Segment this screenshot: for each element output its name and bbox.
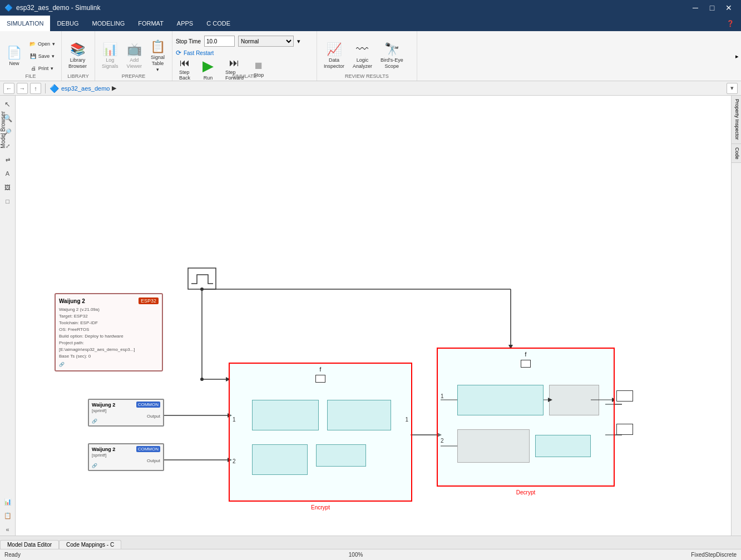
mb-tool-bottom2[interactable]: 📋: [2, 509, 14, 522]
save-button[interactable]: 💾 Save ▾: [27, 51, 58, 62]
model-browser-label[interactable]: Model Browser: [0, 111, 16, 148]
mb-tool-1[interactable]: ↖: [2, 98, 14, 110]
new-button[interactable]: 📄 New: [3, 37, 25, 75]
birds-eye-icon: 🔭: [384, 42, 399, 57]
mb-tool-text[interactable]: A: [2, 167, 14, 180]
code-tab[interactable]: Code: [732, 144, 741, 163]
nav-up-button[interactable]: ↑: [30, 83, 41, 94]
birds-eye-scope-button[interactable]: 🔭 Bird's-EyeScope: [377, 37, 407, 75]
log-signals-button[interactable]: 📊 LogSignals: [98, 37, 122, 75]
library-group: 📚 LibraryBrowser LIBRARY: [62, 31, 95, 81]
menu-format[interactable]: FORMAT: [131, 16, 170, 31]
decrypt-label: Decrypt: [516, 489, 535, 495]
encrypt-label: Encrypt: [311, 504, 330, 511]
config-details: Waijung 2 (v.21.09a) Target: ESP32 Toolc…: [59, 306, 159, 360]
sprintf2-link: 🔗: [92, 463, 160, 468]
print-button[interactable]: 🖨 Print ▾: [27, 63, 58, 74]
nav-dropdown-button[interactable]: ▾: [727, 83, 738, 94]
library-icon: 📚: [70, 42, 85, 57]
svg-point-14: [200, 378, 204, 381]
encrypt-f-label: f: [320, 366, 322, 373]
nav-forward-button[interactable]: →: [17, 83, 28, 94]
decrypt-inner-svg: [438, 349, 614, 485]
encrypt-inner-4: [316, 444, 366, 467]
svg-point-13: [200, 288, 204, 291]
model-data-editor-tab[interactable]: Model Data Editor: [0, 540, 59, 549]
sprintf2-header: Waijung 2 COMMON: [92, 446, 160, 452]
sprintf2-title: Waijung 2: [92, 447, 115, 452]
add-viewer-button[interactable]: 📺 AddViewer: [124, 37, 145, 75]
open-button[interactable]: 📂 Open ▾: [27, 38, 58, 49]
fast-restart-icon: ⟳: [176, 49, 181, 57]
open-save-print: 📂 Open ▾ 💾 Save ▾ 🖨 Print ▾: [27, 38, 58, 74]
simulate-group: Stop Time Normal Accelerator ▾ ⟳ Fast Re…: [172, 31, 317, 81]
mb-tool-bottom1[interactable]: 📊: [2, 495, 14, 508]
sprintf1-sub: [sprintf]: [92, 408, 160, 413]
stop-time-input[interactable]: [204, 36, 235, 47]
logic-analyzer-icon: 〰: [356, 42, 368, 57]
title-bar-controls[interactable]: ─ □ ✕: [688, 2, 737, 14]
sprintf2-out: Output: [92, 458, 160, 463]
menu-modeling[interactable]: MODELING: [86, 16, 132, 31]
bottom-tabs: Model Data Editor Code Mappings - C: [0, 536, 741, 549]
canvas-area[interactable]: Waijung 2 ESP32 Waijung 2 (v.21.09a) Tar…: [16, 96, 731, 536]
sprintf-block-1[interactable]: Waijung 2 COMMON [sprintf] Output 🔗: [88, 399, 164, 427]
stop-time-row: Stop Time Normal Accelerator ▾: [176, 33, 311, 48]
breadcrumb-bar: ← → ↑ 🔷 esp32_aes_demo ▶ ▾: [0, 81, 741, 96]
mb-collapse[interactable]: «: [2, 523, 14, 536]
decrypt-inner-4: [535, 435, 591, 457]
simulate-inner: Stop Time Normal Accelerator ▾ ⟳ Fast Re…: [176, 33, 311, 88]
code-mappings-tab[interactable]: Code Mappings - C: [59, 540, 121, 549]
waijung-config-block[interactable]: Waijung 2 ESP32 Waijung 2 (v.21.09a) Tar…: [55, 293, 163, 371]
close-button[interactable]: ✕: [721, 2, 737, 14]
status-left: Ready: [4, 552, 21, 558]
config-link-icon: 🔗: [59, 362, 159, 367]
menu-ccode[interactable]: C CODE: [200, 16, 237, 31]
menu-simulation[interactable]: SIMULATION: [0, 16, 50, 31]
app-icon: 🔷: [4, 4, 13, 12]
mb-tool-arrows[interactable]: ⇄: [2, 153, 14, 166]
open-icon: 📂: [29, 41, 36, 47]
sprintf1-link: 🔗: [92, 419, 160, 424]
sprintf2-badge: COMMON: [136, 446, 160, 452]
mb-tool-image[interactable]: 🖼: [2, 181, 14, 194]
signal-table-button[interactable]: 📋 SignalTable ▾: [147, 37, 169, 75]
library-browser-button[interactable]: 📚 LibraryBrowser: [65, 37, 90, 75]
model-browser-panel: ↖ 🔍 🔎 ⤢ ⇄ A 🖼 □ 📊 📋 «: [0, 96, 16, 536]
decrypt-subsystem[interactable]: f 1 2 Decrypt: [437, 348, 615, 487]
sprintf1-out: Output: [92, 414, 160, 419]
menu-apps[interactable]: APPS: [170, 16, 200, 31]
minimize-button[interactable]: ─: [688, 2, 703, 14]
title-bar-left: 🔷 esp32_aes_demo - Simulink: [4, 4, 100, 12]
sprintf1-title: Waijung 2: [92, 402, 115, 408]
mode-select[interactable]: Normal Accelerator: [238, 36, 294, 47]
save-icon: 💾: [30, 53, 36, 59]
decrypt-f-label: f: [525, 351, 527, 358]
toolbar-expand-button[interactable]: ▸: [733, 50, 741, 62]
decrypt-inner-3: [457, 429, 530, 463]
property-inspector-tab[interactable]: Property Inspector: [732, 96, 741, 144]
encrypt-subsystem[interactable]: f 1 2 1 Encrypt: [229, 363, 412, 502]
data-inspector-button[interactable]: 📈 DataInspector: [320, 37, 348, 75]
maximize-button[interactable]: □: [704, 2, 720, 14]
mb-tool-rect[interactable]: □: [2, 195, 14, 207]
status-right: FixedStepDiscrete: [691, 552, 737, 558]
breadcrumb-model[interactable]: esp32_aes_demo: [61, 85, 110, 92]
config-header: Waijung 2 ESP32: [59, 298, 159, 304]
decrypt-dt-block: [521, 360, 531, 368]
print-dropdown-icon: ▾: [51, 66, 53, 71]
file-group: 📄 New 📂 Open ▾ 💾 Save ▾ 🖨 Print ▾: [0, 31, 62, 81]
nav-back-button[interactable]: ←: [3, 83, 14, 94]
help-button[interactable]: ❓: [720, 16, 741, 31]
new-icon: 📄: [7, 46, 22, 60]
menu-debug[interactable]: DEBUG: [50, 16, 85, 31]
decrypt-port2: 2: [441, 438, 444, 444]
logic-analyzer-button[interactable]: 〰 LogicAnalyzer: [349, 37, 376, 75]
sprintf-block-2[interactable]: Waijung 2 COMMON [sprintf] Output 🔗: [88, 443, 164, 471]
file-row: 📄 New 📂 Open ▾ 💾 Save ▾ 🖨 Print ▾: [3, 33, 58, 78]
config-badge: ESP32: [139, 298, 159, 304]
mode-dropdown-arrow: ▾: [297, 38, 300, 45]
step-forward-icon: ⏭: [229, 57, 239, 69]
status-center: 100%: [349, 552, 363, 558]
decrypt-inner-1: [457, 385, 544, 415]
